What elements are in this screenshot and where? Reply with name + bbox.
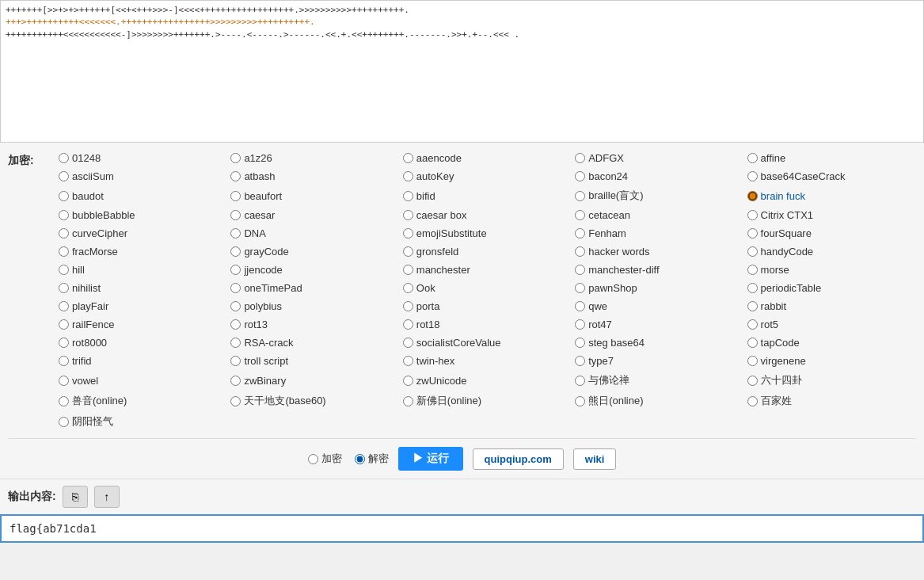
cipher-item-shouYin[interactable]: 兽音(online): [55, 392, 227, 410]
cipher-item-cetacean[interactable]: cetacean: [572, 208, 743, 223]
cipher-item-manchesterDiff[interactable]: manchester-diff: [572, 262, 743, 277]
cipher-item-baiJiaXing[interactable]: 百家姓: [744, 392, 916, 410]
cipher-item-Fenham[interactable]: Fenham: [572, 226, 743, 241]
cipher-radio-curveCipher[interactable]: [59, 228, 69, 238]
cipher-item-manchester[interactable]: manchester: [400, 262, 572, 277]
quipqiup-button[interactable]: quipqiup.com: [473, 448, 564, 470]
cipher-radio-tapCode[interactable]: [747, 338, 758, 348]
cipher-item-zwUnicode[interactable]: zwUnicode: [400, 372, 572, 389]
cipher-item-trollScript[interactable]: troll script: [227, 353, 399, 368]
cipher-radio-braille[interactable]: [575, 191, 585, 201]
cipher-item-railFence[interactable]: railFence: [55, 317, 227, 332]
cipher-radio-handyCode[interactable]: [747, 246, 758, 257]
cipher-item-xiongRi[interactable]: 熊日(online): [572, 392, 743, 410]
cipher-radio-rabbit[interactable]: [747, 301, 758, 311]
cipher-item-curveCipher[interactable]: curveCipher: [55, 226, 227, 241]
cipher-radio-qwe[interactable]: [575, 301, 585, 311]
cipher-item-bacon24[interactable]: bacon24: [572, 169, 743, 184]
cipher-item-asciiSum[interactable]: asciiSum: [55, 169, 227, 184]
cipher-radio-hill[interactable]: [59, 265, 69, 275]
cipher-radio-aaencode[interactable]: [403, 153, 413, 163]
cipher-radio-caesar[interactable]: [230, 210, 241, 220]
cipher-radio-pawnShop[interactable]: [575, 283, 585, 293]
cipher-radio-fourSquare[interactable]: [747, 228, 758, 238]
cipher-radio-morse[interactable]: [747, 265, 758, 275]
cipher-radio-base64CaseCrack[interactable]: [747, 171, 758, 181]
cipher-radio-twinHex[interactable]: [403, 356, 413, 366]
cipher-radio-fracMorse[interactable]: [59, 246, 69, 257]
decrypt-radio-label[interactable]: 解密: [355, 452, 389, 466]
cipher-item-ADFGX[interactable]: ADFGX: [572, 151, 743, 166]
cipher-item-socialistCoreValue[interactable]: socialistCoreValue: [400, 335, 572, 350]
cipher-item-virgenene[interactable]: virgenene: [744, 353, 916, 368]
cipher-item-citrixCTX1[interactable]: Citrix CTX1: [744, 208, 916, 223]
cipher-radio-trollScript[interactable]: [230, 356, 241, 366]
cipher-radio-baudot[interactable]: [59, 191, 69, 201]
cipher-radio-railFence[interactable]: [59, 319, 69, 330]
cipher-item-zwBinary[interactable]: zwBinary: [227, 372, 399, 389]
cipher-radio-cetacean[interactable]: [575, 210, 585, 220]
cipher-radio-playFair[interactable]: [59, 301, 69, 311]
cipher-radio-bifid[interactable]: [403, 191, 413, 201]
cipher-radio-gronsfeld[interactable]: [403, 246, 413, 257]
decrypt-radio[interactable]: [355, 454, 365, 464]
cipher-item-atbash[interactable]: atbash: [227, 169, 399, 184]
cipher-item-affine[interactable]: affine: [744, 151, 916, 166]
cipher-item-rot8000[interactable]: rot8000: [55, 335, 227, 350]
cipher-radio-tianGanDiZhi[interactable]: [230, 396, 241, 406]
cipher-radio-Ook[interactable]: [403, 283, 413, 293]
cipher-item-grayCode[interactable]: grayCode: [227, 244, 399, 259]
cipher-radio-oneTimePad[interactable]: [230, 283, 241, 293]
cipher-item-yinYangGuaiQi[interactable]: 阴阳怪气: [55, 413, 227, 430]
cipher-radio-affine[interactable]: [747, 153, 758, 163]
cipher-radio-citrixCTX1[interactable]: [747, 210, 758, 220]
cipher-item-baudot[interactable]: baudot: [55, 187, 227, 204]
cipher-radio-trifid[interactable]: [59, 356, 69, 366]
encrypt-radio-label[interactable]: 加密: [308, 452, 342, 466]
cipher-item-pawnShop[interactable]: pawnShop: [572, 280, 743, 296]
cipher-radio-a1z26[interactable]: [230, 153, 241, 163]
cipher-item-stegBase64[interactable]: steg base64: [572, 335, 743, 350]
cipher-item-twinHex[interactable]: twin-hex: [400, 353, 572, 368]
cipher-radio-rot18[interactable]: [403, 319, 413, 330]
cipher-radio-virgenene[interactable]: [747, 356, 758, 366]
cipher-radio-polybius[interactable]: [230, 301, 241, 311]
cipher-item-periodicTable[interactable]: periodicTable: [744, 280, 916, 296]
cipher-radio-caesarBox[interactable]: [403, 210, 413, 220]
cipher-item-brainFuck[interactable]: brain fuck: [744, 187, 916, 204]
cipher-radio-beaufort[interactable]: [230, 191, 241, 201]
cipher-radio-vowel[interactable]: [59, 376, 69, 386]
cipher-item-fourSquare[interactable]: fourSquare: [744, 226, 916, 241]
cipher-item-vowel[interactable]: vowel: [55, 372, 227, 389]
cipher-item-rabbit[interactable]: rabbit: [744, 299, 916, 314]
cipher-radio-porta[interactable]: [403, 301, 413, 311]
cipher-item-tapCode[interactable]: tapCode: [744, 335, 916, 350]
copy-button[interactable]: ⎘: [63, 486, 88, 508]
cipher-radio-DNA[interactable]: [230, 228, 241, 238]
cipher-radio-periodicTable[interactable]: [747, 283, 758, 293]
cipher-item-hill[interactable]: hill: [55, 262, 227, 277]
cipher-radio-bacon24[interactable]: [575, 171, 585, 181]
cipher-radio-bubbleBabble[interactable]: [59, 210, 69, 220]
cipher-radio-stegBase64[interactable]: [575, 338, 585, 348]
cipher-radio-socialistCoreValue[interactable]: [403, 338, 413, 348]
cipher-radio-hackerWords[interactable]: [575, 246, 585, 257]
cipher-radio-Fenham[interactable]: [575, 228, 585, 238]
cipher-item-emojiSubstitute[interactable]: emojiSubstitute: [400, 226, 572, 241]
cipher-radio-rot13[interactable]: [230, 319, 241, 330]
cipher-radio-xinFoRi[interactable]: [403, 396, 413, 406]
cipher-radio-jjencode[interactable]: [230, 265, 241, 275]
cipher-radio-zwUnicode[interactable]: [403, 376, 413, 386]
cipher-item-Ook[interactable]: Ook: [400, 280, 572, 296]
cipher-item-morse[interactable]: morse: [744, 262, 916, 277]
cipher-item-DNA[interactable]: DNA: [227, 226, 399, 241]
cipher-radio-asciiSum[interactable]: [59, 171, 69, 181]
cipher-radio-01248[interactable]: [59, 153, 69, 163]
cipher-item-bifid[interactable]: bifid: [400, 187, 572, 204]
cipher-item-autoKey[interactable]: autoKey: [400, 169, 572, 184]
cipher-radio-zwBinary[interactable]: [230, 376, 241, 386]
cipher-item-trifid[interactable]: trifid: [55, 353, 227, 368]
cipher-radio-manchester[interactable]: [403, 265, 413, 275]
cipher-radio-rot5[interactable]: [747, 319, 758, 330]
cipher-radio-grayCode[interactable]: [230, 246, 241, 257]
